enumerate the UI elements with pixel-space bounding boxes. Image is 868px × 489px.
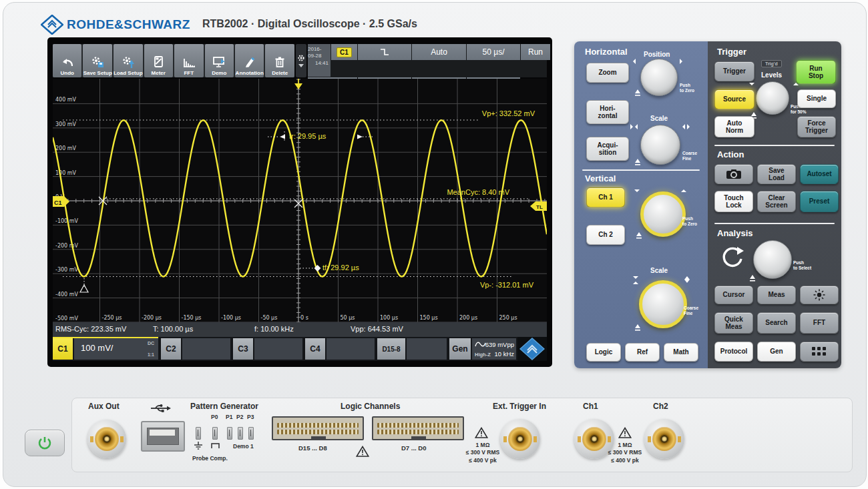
channel4-tab[interactable]: C4 (305, 338, 325, 360)
digital-channels-tab[interactable]: D15-8 (377, 338, 405, 360)
channel1-scale: 100 mV/ (81, 343, 113, 353)
toolbar-settings-button[interactable] (296, 44, 306, 77)
quick-meas-button[interactable]: Quick Meas (714, 312, 753, 334)
channel-badge: C1 (337, 47, 352, 57)
channel4-settings-cell[interactable] (327, 338, 375, 360)
channel2-button[interactable]: Ch 2 (586, 225, 625, 245)
run-stop-button[interactable]: Run Stop (796, 60, 836, 84)
compress-icon (630, 124, 633, 129)
vertical-position-knob[interactable] (640, 191, 686, 237)
warning-triangle-icon (618, 427, 632, 439)
math-button[interactable]: Math (664, 343, 698, 362)
zoom-button[interactable]: Zoom (586, 63, 629, 83)
trigger-position-marker[interactable] (294, 79, 302, 89)
search-button[interactable]: Search (757, 312, 796, 334)
oscilloscope-front-panel: ROHDE&SCHWARZ RTB2002 · Digital Oscillos… (0, 0, 868, 489)
generator-button[interactable]: Gen (757, 342, 796, 362)
fft-button[interactable]: FFT (174, 44, 203, 77)
graticule-markers: C1 TL (53, 79, 547, 322)
annotation-button[interactable]: Annotation (235, 44, 264, 77)
timebase-cell[interactable]: 50 µs/ (467, 44, 520, 60)
channel3-settings-cell[interactable] (254, 338, 302, 360)
meas-button[interactable]: Meas (757, 286, 796, 304)
power-button[interactable] (25, 430, 65, 456)
bnc-lug (648, 436, 651, 442)
rotate-left-icon (633, 59, 636, 64)
rotate-up-icon (793, 83, 799, 85)
auto-norm-button[interactable]: Auto Norm (714, 116, 754, 137)
apps-button[interactable] (800, 342, 839, 362)
autoset-button[interactable]: Autoset (800, 164, 839, 184)
rise-time-cursor-marks (268, 131, 375, 142)
channel1-button[interactable]: Ch 1 (586, 187, 625, 207)
meter-button[interactable]: Meter (144, 44, 173, 77)
single-button[interactable]: Single (797, 89, 836, 108)
time-text: 14:41 (315, 60, 329, 67)
clear-screen-button[interactable]: Clear Screen (757, 191, 796, 212)
undo-button[interactable]: Undo (53, 44, 81, 77)
toolbar-label: Load Setup (114, 70, 143, 76)
ch2-label: Ch2 (653, 402, 668, 411)
channel1-tab[interactable]: C1 (53, 338, 73, 360)
save-setup-button[interactable]: Save Setup (83, 44, 112, 77)
channel-warning-text: 1 MΩ ≤ 300 V RMS ≤ 400 V pk (605, 442, 645, 464)
warning-triangle-icon (356, 446, 369, 458)
pin-p2-label: P2 (236, 414, 243, 421)
horizontal-position-knob[interactable] (640, 59, 678, 96)
connector-notch (411, 436, 426, 440)
pin-row (377, 430, 459, 434)
trigger-level-knob[interactable] (756, 81, 789, 115)
undo-icon (60, 55, 75, 69)
preset-button[interactable]: Preset (800, 191, 839, 212)
trigger-level-marker[interactable]: TL (530, 201, 547, 211)
screenshot-button[interactable] (714, 164, 753, 184)
date-text: 2016-09-28 (308, 46, 329, 60)
knob-push-icon (636, 232, 642, 239)
camera-icon (726, 169, 742, 179)
delete-button[interactable]: Delete (265, 44, 294, 77)
touch-lock-button[interactable]: Touch Lock (714, 191, 753, 212)
vertical-scale-knob[interactable] (639, 280, 687, 328)
knob-push-icon (634, 324, 641, 331)
channel2-tab[interactable]: C2 (161, 338, 181, 360)
pin-row (277, 423, 359, 428)
trigger-edge-cell[interactable] (358, 44, 411, 60)
toolbar-label: Save Setup (83, 70, 112, 76)
analysis-navigation-knob[interactable] (753, 240, 792, 279)
channel1-settings-cell[interactable]: 100 mV/ DC 1:1 (74, 338, 158, 360)
protocol-button[interactable]: Protocol (714, 342, 753, 362)
channel-marker-text: C1 (54, 199, 62, 206)
horizontal-menu-button[interactable]: Hori- zontal (586, 100, 629, 124)
acquisition-button[interactable]: Acqui- sition (586, 137, 629, 161)
channel2-settings-cell[interactable] (182, 338, 230, 360)
force-trigger-button[interactable]: Force Trigger (797, 116, 836, 137)
logic-button[interactable]: Logic (586, 343, 621, 362)
brightness-sun-icon (813, 289, 825, 301)
channel1-level-marker[interactable]: C1 (53, 196, 69, 207)
falling-edge-icon (379, 47, 391, 57)
trigger-menu-button[interactable]: Trigger (714, 61, 754, 81)
ground-symbol-icon (194, 442, 203, 450)
acquisition-state-cell[interactable]: Run (521, 44, 550, 60)
trigger-source-button[interactable]: Source (714, 89, 754, 109)
generator-tab[interactable]: Gen (449, 338, 471, 360)
save-load-button[interactable]: Save Load (757, 164, 796, 184)
generator-info-cell[interactable]: High-Z 639 mVpp 10 kHz (472, 338, 516, 360)
trigger-source-cell[interactable]: C1 (331, 44, 357, 60)
channel3-tab[interactable]: C3 (233, 338, 253, 360)
demo-button[interactable]: Demo (205, 44, 234, 77)
cursor-button[interactable]: Cursor (714, 286, 753, 304)
display-screen: Undo Save Setup (47, 37, 552, 367)
bnc-gold-ring (652, 427, 676, 451)
generator-impedance: High-Z (475, 352, 491, 358)
horizontal-scale-knob[interactable] (640, 125, 680, 165)
demo-icon (211, 55, 227, 69)
digital-settings-cell[interactable] (407, 338, 447, 360)
load-setup-button[interactable]: Load Setup (114, 44, 143, 77)
fft-panel-button[interactable]: FFT (800, 312, 839, 334)
trigger-mode-cell[interactable]: Auto (412, 44, 466, 60)
meter-icon (151, 55, 166, 69)
ref-button[interactable]: Ref (625, 343, 660, 362)
brightness-button[interactable] (800, 286, 839, 304)
toolbar-label: Annotation (236, 70, 264, 76)
